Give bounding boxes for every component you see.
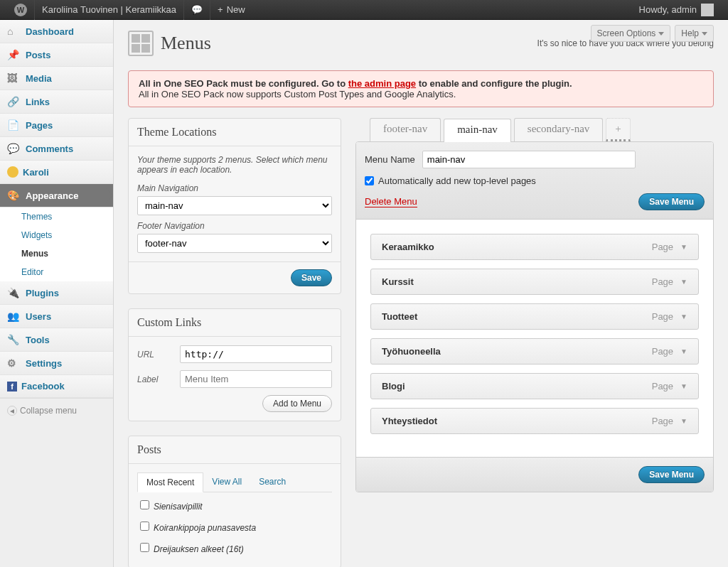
save-locations-button[interactable]: Save [291, 269, 332, 286]
submenu-widgets[interactable]: Widgets [0, 226, 113, 244]
theme-locations-title: Theme Locations [129, 119, 341, 146]
menu-name-label: Menu Name [365, 154, 415, 165]
chevron-down-icon [658, 32, 664, 36]
menu-item-title: Keraamikko [382, 242, 434, 252]
howdy-account[interactable]: Howdy, admin [632, 0, 721, 20]
custom-links-title: Custom Links [129, 309, 341, 337]
chevron-down-icon[interactable]: ▼ [680, 382, 687, 390]
admin-page-link[interactable]: the admin page [348, 78, 416, 89]
theme-locations-desc: Your theme supports 2 menus. Select whic… [137, 155, 332, 175]
home-icon: ⌂ [7, 26, 21, 37]
menu-plugins[interactable]: 🔌Plugins [0, 281, 113, 305]
seo-notice: All in One SEO Pack must be configured. … [128, 70, 714, 107]
menu-item-type: Page [652, 381, 673, 392]
menu-dashboard[interactable]: ⌂Dashboard [0, 20, 113, 43]
footer-nav-select[interactable]: footer-nav [137, 234, 332, 253]
custom-links-box: Custom Links URL Label Add to Menu [128, 308, 341, 421]
add-to-menu-button[interactable]: Add to Menu [262, 395, 332, 412]
posts-list: Sienisavipillit Koirankippoja punasavest… [137, 498, 332, 556]
url-input[interactable] [180, 345, 332, 363]
menu-posts[interactable]: 📌Posts [0, 43, 113, 67]
collapse-arrow-icon: ◂ [7, 406, 17, 416]
tab-footer-nav[interactable]: footer-nav [370, 118, 441, 141]
chevron-down-icon[interactable]: ▼ [680, 278, 687, 286]
menu-item-row[interactable]: Blogi Page ▼ [370, 373, 699, 399]
posts-tab-all[interactable]: View All [203, 472, 250, 492]
menu-tabs: footer-nav main-nav secondary-nav + [355, 118, 714, 141]
submenu-themes[interactable]: Themes [0, 207, 113, 226]
menu-users[interactable]: 👥Users [0, 305, 113, 328]
menu-pages[interactable]: 📄Pages [0, 114, 113, 137]
collapse-menu[interactable]: ◂Collapse menu [0, 398, 113, 423]
comment-icon: 💬 [7, 143, 21, 154]
post-checkbox-item[interactable]: Sienisavipillit [137, 498, 332, 514]
menu-comments[interactable]: 💬Comments [0, 137, 113, 161]
tab-add-menu[interactable]: + [606, 118, 630, 141]
admin-bar: W Karoliina Tuovinen | Keramiikkaa 💬 +Ne… [0, 0, 728, 20]
menu-settings[interactable]: ⚙Settings [0, 352, 113, 375]
menu-item-title: Blogi [382, 381, 405, 392]
delete-menu-link[interactable]: Delete Menu [365, 196, 417, 207]
posts-title: Posts [129, 436, 341, 464]
menu-item-type: Page [652, 346, 673, 357]
menu-item-row[interactable]: Tuotteet Page ▼ [370, 303, 699, 330]
screen-options-button[interactable]: Screen Options [591, 25, 671, 42]
karoli-icon [7, 166, 18, 178]
site-title-link[interactable]: Karoliina Tuovinen | Keramiikkaa [34, 0, 183, 20]
menu-items-list: Keraamikko Page ▼ Kurssit Page ▼ Tuottee… [356, 220, 713, 457]
menus-icon [128, 31, 154, 56]
save-menu-button-top[interactable]: Save Menu [638, 193, 705, 210]
menu-facebook[interactable]: fFacebook [0, 375, 113, 398]
posts-tab-recent[interactable]: Most Recent [137, 472, 203, 492]
menu-links[interactable]: 🔗Links [0, 90, 113, 114]
chevron-down-icon[interactable]: ▼ [680, 347, 687, 355]
page-title: Menus [161, 33, 211, 54]
chevron-down-icon[interactable]: ▼ [680, 313, 687, 320]
help-button[interactable]: Help [675, 25, 714, 42]
post-checkbox-item[interactable]: Koirankippoja punasavesta [137, 519, 332, 535]
tab-secondary-nav[interactable]: secondary-nav [514, 118, 603, 141]
menu-item-row[interactable]: Keraamikko Page ▼ [370, 234, 699, 260]
avatar-icon [701, 4, 714, 16]
save-menu-button-bottom[interactable]: Save Menu [638, 466, 705, 483]
tools-icon: 🔧 [7, 334, 21, 345]
submenu-menus[interactable]: Menus [0, 244, 113, 263]
menu-item-type: Page [652, 242, 673, 252]
page-icon: 📄 [7, 119, 21, 131]
label-input[interactable] [180, 370, 332, 388]
menu-karoli[interactable]: Karoli [0, 161, 113, 184]
menu-media[interactable]: 🖼Media [0, 67, 113, 90]
auto-add-checkbox[interactable] [365, 176, 374, 185]
post-checkbox[interactable] [140, 543, 149, 552]
new-content[interactable]: +New [210, 0, 252, 20]
menu-item-type: Page [652, 311, 673, 322]
menu-name-input[interactable] [422, 151, 636, 168]
menu-item-title: Tuotteet [382, 311, 417, 322]
comments-link[interactable]: 💬 [183, 0, 210, 20]
auto-add-label: Automatically add new top-level pages [378, 176, 536, 186]
appearance-icon: 🎨 [7, 190, 21, 201]
footer-nav-label: Footer Navigation [137, 221, 332, 231]
chevron-down-icon [702, 32, 707, 36]
post-checkbox-item[interactable]: Dreijauksen alkeet (16t) [137, 541, 332, 556]
menu-item-row[interactable]: Yhteystiedot Page ▼ [370, 408, 699, 434]
menu-item-row[interactable]: Työhuoneella Page ▼ [370, 338, 699, 364]
chevron-down-icon[interactable]: ▼ [680, 243, 687, 251]
plugin-icon: 🔌 [7, 287, 21, 298]
post-checkbox[interactable] [140, 522, 149, 531]
post-checkbox[interactable] [140, 500, 149, 509]
main-nav-select[interactable]: main-nav [137, 196, 332, 215]
wp-logo[interactable]: W [7, 0, 34, 20]
media-icon: 🖼 [7, 72, 21, 84]
posts-tab-search[interactable]: Search [250, 472, 294, 492]
submenu-appearance: Themes Widgets Menus Editor [0, 207, 113, 281]
tab-main-nav[interactable]: main-nav [444, 119, 511, 142]
menu-tools[interactable]: 🔧Tools [0, 328, 113, 352]
settings-icon: ⚙ [7, 357, 21, 369]
menu-item-row[interactable]: Kurssit Page ▼ [370, 269, 699, 295]
menu-appearance[interactable]: 🎨Appearance [0, 184, 113, 207]
menu-item-type: Page [652, 276, 673, 287]
submenu-editor[interactable]: Editor [0, 263, 113, 281]
chevron-down-icon[interactable]: ▼ [680, 417, 687, 425]
posts-box: Posts Most Recent View All Search Sienis… [128, 436, 341, 567]
